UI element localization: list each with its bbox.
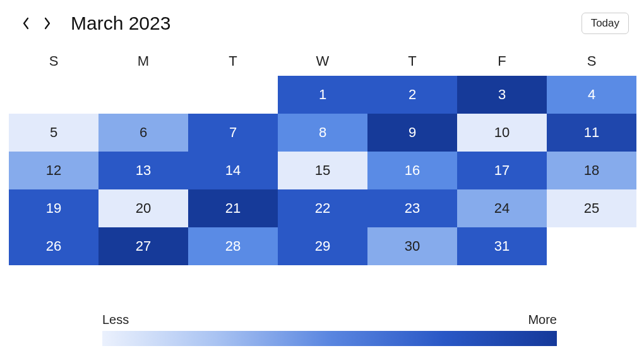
calendar-cell[interactable]: 11 [547, 114, 636, 152]
prev-month-button[interactable] [15, 13, 37, 34]
calendar-week-row: 262728293031 [9, 227, 636, 265]
calendar-cell[interactable]: 5 [9, 114, 98, 152]
calendar-cell[interactable]: 17 [457, 152, 547, 189]
day-of-week-header: S [9, 53, 98, 76]
day-of-week-header: T [188, 53, 278, 76]
day-of-week-header: T [367, 53, 457, 76]
calendar-cell[interactable]: 12 [9, 152, 98, 189]
calendar-cell[interactable]: 13 [98, 152, 188, 189]
calendar-cell[interactable]: 22 [278, 189, 367, 227]
calendar-cell[interactable]: 31 [457, 227, 547, 265]
legend-label-less: Less [102, 313, 129, 327]
calendar-cell[interactable]: 18 [547, 152, 636, 189]
calendar-cell[interactable]: 28 [188, 227, 278, 265]
calendar-cell[interactable]: 4 [547, 76, 636, 114]
calendar-cell[interactable]: 8 [278, 114, 367, 152]
today-button[interactable]: Today [581, 13, 629, 34]
calendar-cell[interactable]: 25 [547, 189, 636, 227]
calendar-cell[interactable]: 9 [367, 114, 457, 152]
next-month-button[interactable] [37, 13, 58, 34]
calendar-cell[interactable]: 15 [278, 152, 367, 189]
calendar-cell[interactable]: 16 [367, 152, 457, 189]
calendar-week-row: 1234 [9, 76, 636, 114]
calendar-cell[interactable]: 20 [98, 189, 188, 227]
day-of-week-header: W [278, 53, 367, 76]
chevron-left-icon [21, 16, 30, 30]
legend-label-more: More [528, 313, 557, 327]
calendar-cell-blank [188, 76, 278, 114]
calendar-cell[interactable]: 21 [188, 189, 278, 227]
calendar-cell[interactable]: 26 [9, 227, 98, 265]
heatmap-legend: Less More [102, 313, 557, 346]
calendar-cell[interactable]: 27 [98, 227, 188, 265]
calendar-cell[interactable]: 3 [457, 76, 547, 114]
calendar-cell[interactable]: 23 [367, 189, 457, 227]
month-title: March 2023 [71, 13, 170, 34]
calendar-heatmap: SMTWTFS 12345678910111213141516171819202… [9, 53, 636, 265]
calendar-cell[interactable]: 24 [457, 189, 547, 227]
calendar-week-row: 19202122232425 [9, 189, 636, 227]
calendar-cell[interactable]: 2 [367, 76, 457, 114]
calendar-cell-blank [547, 227, 636, 265]
calendar-cell[interactable]: 19 [9, 189, 98, 227]
calendar-header: March 2023 Today [8, 13, 636, 34]
calendar-week-row: 567891011 [9, 114, 636, 152]
calendar-cell[interactable]: 1 [278, 76, 367, 114]
calendar-cell-blank [9, 76, 98, 114]
calendar-cell-blank [98, 76, 188, 114]
calendar-cell[interactable]: 10 [457, 114, 547, 152]
legend-gradient-bar [102, 331, 557, 346]
calendar-cell[interactable]: 7 [188, 114, 278, 152]
day-of-week-header: S [547, 53, 636, 76]
calendar-cell[interactable]: 6 [98, 114, 188, 152]
calendar-cell[interactable]: 29 [278, 227, 367, 265]
calendar-week-row: 12131415161718 [9, 152, 636, 189]
calendar-cell[interactable]: 14 [188, 152, 278, 189]
calendar-cell[interactable]: 30 [367, 227, 457, 265]
day-of-week-header: M [98, 53, 188, 76]
chevron-right-icon [43, 16, 52, 30]
day-of-week-header: F [457, 53, 547, 76]
